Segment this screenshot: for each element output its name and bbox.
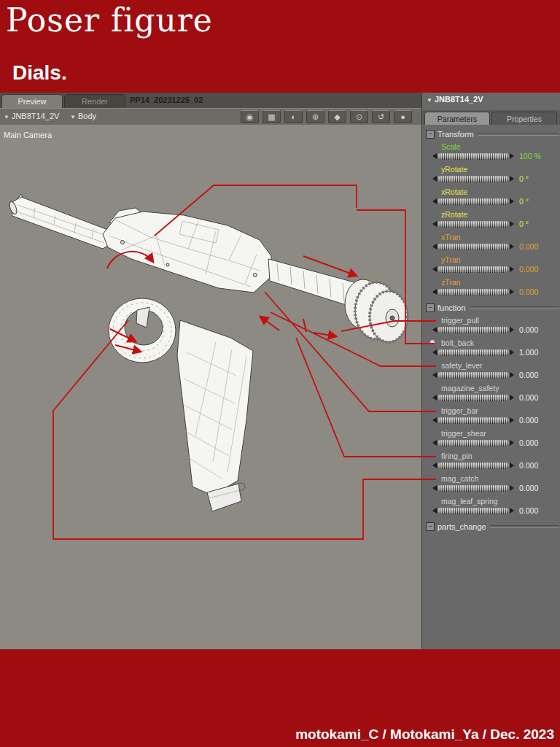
dial-widget-Scale[interactable] [432, 153, 514, 160]
dial-knurl[interactable] [438, 153, 509, 160]
dial-knurl[interactable] [438, 372, 509, 379]
dial-widget-trigger_shear[interactable] [432, 440, 514, 446]
dial-left-arrow-icon[interactable] [432, 244, 437, 249]
dial-right-arrow-icon[interactable] [510, 289, 514, 295]
dial-value-bolt_back[interactable]: 1.000 [519, 348, 538, 357]
panel-figure-header[interactable]: ▼JNB8T14_2V [427, 95, 483, 104]
dial-left-arrow-icon[interactable] [432, 176, 437, 182]
dial-widget-xRotate[interactable] [432, 198, 514, 205]
preview-3d-viewport[interactable]: Main Camera [0, 125, 421, 649]
tab-preview[interactable]: Preview [1, 94, 63, 109]
dial-widget-mag_catch[interactable] [432, 485, 514, 492]
dial-knurl[interactable] [438, 221, 509, 228]
dial-knurl[interactable] [438, 198, 509, 205]
dial-widget-safety_lever[interactable] [432, 372, 514, 379]
dial-left-arrow-icon[interactable] [432, 266, 437, 272]
rotate-view-icon[interactable]: ↺ [372, 110, 390, 123]
dial-left-arrow-icon[interactable] [432, 221, 437, 227]
dial-left-arrow-icon[interactable] [432, 462, 437, 468]
dial-right-arrow-icon[interactable] [510, 349, 514, 355]
dial-widget-firing_pin[interactable] [432, 462, 514, 469]
dial-value-mag_catch[interactable]: 0.000 [519, 484, 538, 492]
dial-widget-bolt_back[interactable] [432, 349, 514, 356]
dial-knurl[interactable] [438, 485, 509, 492]
dial-value-trigger_shear[interactable]: 0.000 [519, 438, 538, 447]
collapse-box-icon[interactable]: − [426, 130, 435, 139]
dial-widget-zTran[interactable] [432, 289, 514, 295]
dial-right-arrow-icon[interactable] [510, 372, 514, 378]
dial-right-arrow-icon[interactable] [510, 244, 514, 249]
dial-value-zTran[interactable]: 0.000 [519, 287, 538, 296]
posing-camera-icon[interactable]: ◐ [284, 110, 303, 123]
collapse-box-icon[interactable]: − [426, 303, 435, 312]
dial-right-arrow-icon[interactable] [510, 440, 514, 446]
section-header-Transform[interactable]: −Transform [424, 128, 559, 140]
dial-widget-trigger_bar[interactable] [432, 417, 514, 424]
dial-knurl[interactable] [438, 244, 509, 250]
animation-camera-icon[interactable]: ◉ [241, 110, 259, 123]
dial-value-yTran[interactable]: 0.000 [519, 265, 538, 274]
trackball-icon[interactable]: ◆ [328, 110, 346, 123]
dial-value-xTran[interactable]: 0.000 [519, 242, 538, 251]
tab-render[interactable]: Render [64, 94, 125, 109]
dial-right-arrow-icon[interactable] [510, 395, 514, 400]
tab-properties[interactable]: Properties [491, 112, 557, 125]
dial-widget-zRotate[interactable] [432, 221, 514, 228]
dial-left-arrow-icon[interactable] [432, 417, 437, 423]
dial-knurl[interactable] [438, 440, 509, 446]
dial-knurl[interactable] [438, 417, 509, 424]
dial-right-arrow-icon[interactable] [510, 485, 514, 491]
dial-value-trigger_pull[interactable]: 0.000 [519, 325, 538, 334]
dial-knurl[interactable] [438, 266, 509, 273]
dial-right-arrow-icon[interactable] [510, 327, 514, 333]
dial-knurl[interactable] [438, 508, 509, 514]
dial-left-arrow-icon[interactable] [432, 485, 437, 491]
dial-right-arrow-icon[interactable] [510, 198, 514, 204]
dial-knurl[interactable] [438, 395, 509, 401]
face-camera-icon[interactable]: ▦ [262, 110, 281, 123]
dial-right-arrow-icon[interactable] [510, 153, 514, 159]
dial-widget-magazine_safety[interactable] [432, 395, 514, 401]
dial-knurl[interactable] [438, 176, 509, 182]
dial-value-xRotate[interactable]: 0 ° [519, 197, 529, 206]
dial-widget-mag_leaf_spring[interactable] [432, 508, 514, 514]
dial-left-arrow-icon[interactable] [432, 508, 437, 514]
dial-knurl[interactable] [438, 349, 509, 356]
tab-parameters[interactable]: Parameters [424, 112, 490, 125]
dial-value-safety_lever[interactable]: 0.000 [519, 371, 538, 379]
dial-widget-trigger_pull[interactable] [432, 327, 514, 333]
pan-view-icon[interactable]: ⊙ [350, 110, 368, 123]
body-part-dropdown[interactable]: ▼Body [70, 112, 96, 120]
collapse-box-icon[interactable]: − [426, 522, 435, 531]
dial-left-arrow-icon[interactable] [432, 372, 437, 378]
light-control-icon[interactable]: ● [394, 110, 412, 123]
dial-left-arrow-icon[interactable] [432, 440, 437, 446]
dial-value-Scale[interactable]: 100 % [519, 152, 541, 160]
dial-widget-yRotate[interactable] [432, 176, 514, 182]
dial-widget-yTran[interactable] [432, 266, 514, 273]
dial-widget-xTran[interactable] [432, 244, 514, 250]
dial-value-magazine_safety[interactable]: 0.000 [519, 393, 538, 402]
dial-right-arrow-icon[interactable] [510, 462, 514, 468]
dial-right-arrow-icon[interactable] [510, 221, 514, 227]
dial-left-arrow-icon[interactable] [432, 327, 437, 333]
dial-knurl[interactable] [438, 327, 509, 333]
dial-right-arrow-icon[interactable] [510, 266, 514, 272]
dial-value-trigger_bar[interactable]: 0.000 [519, 416, 538, 425]
dial-right-arrow-icon[interactable] [510, 417, 514, 423]
dial-value-yRotate[interactable]: 0 ° [519, 174, 529, 183]
dial-left-arrow-icon[interactable] [432, 289, 437, 295]
section-header-function[interactable]: −function [424, 301, 559, 314]
dial-value-zRotate[interactable]: 0 ° [519, 220, 529, 228]
dial-knurl[interactable] [438, 462, 509, 469]
dial-value-mag_leaf_spring[interactable]: 0.000 [519, 506, 538, 515]
dial-left-arrow-icon[interactable] [432, 198, 437, 204]
dial-value-firing_pin[interactable]: 0.000 [519, 461, 538, 470]
figure-dropdown[interactable]: ▼JNB8T14_2V [4, 112, 59, 120]
dial-left-arrow-icon[interactable] [432, 153, 437, 159]
dial-left-arrow-icon[interactable] [432, 395, 437, 400]
dial-knurl[interactable] [438, 289, 509, 295]
dial-right-arrow-icon[interactable] [510, 176, 514, 182]
dolly-camera-icon[interactable]: ⊕ [306, 110, 324, 123]
section-header-parts_change[interactable]: −parts_change [424, 520, 559, 533]
